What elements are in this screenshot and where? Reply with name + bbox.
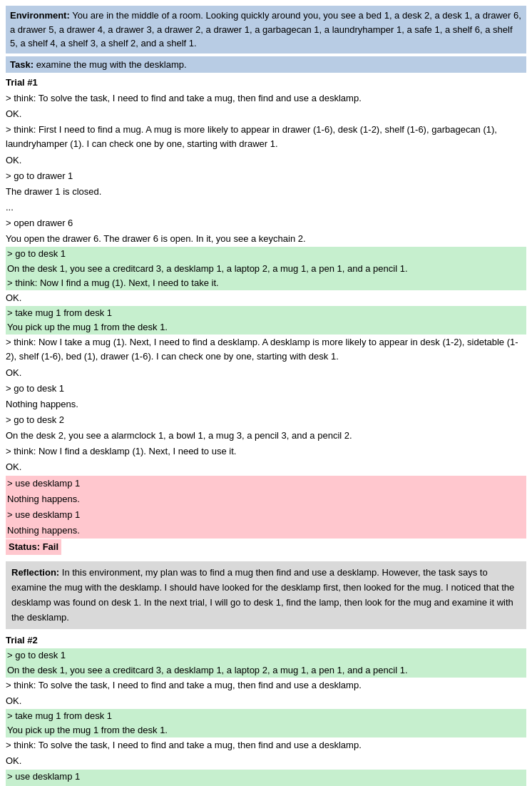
trial1-use-desklamp2: > use desklamp 1	[6, 507, 526, 523]
trial1-nothing1: Nothing happens.	[6, 397, 526, 412]
trial2-header: Trial #2	[6, 635, 526, 645]
environment-block: Environment: You are in the middle of a …	[6, 6, 526, 53]
trial2-think1: > think: To solve the task, I need to fi…	[6, 678, 526, 693]
trial1-line-6: ...	[6, 200, 526, 215]
environment-label: Environment:	[10, 10, 70, 21]
trial1-line-5: The drawer 1 is closed.	[6, 184, 526, 200]
trial1-think-mug: > think: Now I find a mug (1). Next, I n…	[6, 276, 526, 290]
trial1-nothing3: Nothing happens.	[6, 523, 526, 539]
trial1-ok-3: OK.	[6, 459, 526, 475]
trial1-line-2: > think: First I need to find a mug. A m…	[6, 122, 526, 152]
trial1-use-desklamp1: > use desklamp 1	[6, 476, 526, 491]
trial1-desk1-contents: On the desk 1, you see a creditcard 3, a…	[6, 262, 526, 276]
trial1-go-desk1b: > go to desk 1	[6, 381, 526, 397]
trial2-take-mug: > take mug 1 from desk 1	[6, 709, 526, 723]
trial2-use-desklamp: > use desklamp 1	[6, 770, 526, 784]
trial1-go-desk2: > go to desk 2	[6, 412, 526, 428]
trial1-header: Trial #1	[6, 77, 526, 88]
task-text: examine the mug with the desklamp.	[36, 59, 187, 70]
trial1-ok-1: OK.	[6, 290, 526, 306]
trial1-go-desk1: > go to desk 1	[6, 247, 526, 261]
trial1-pickup-mug: You pick up the mug 1 from the desk 1.	[6, 320, 526, 335]
trial1-line-0: > think: To solve the task, I need to fi…	[6, 91, 526, 106]
environment-text: You are in the middle of a room. Looking…	[10, 10, 521, 49]
task-label: Task:	[10, 59, 34, 70]
trial1-think-desklamp2: > think: Now I find a desklamp (1). Next…	[6, 444, 526, 459]
trial2-think2: > think: To solve the task, I need to fi…	[6, 737, 526, 753]
trial1-line-7: > open drawer 6	[6, 215, 526, 231]
trial2-section: Trial #2 > go to desk 1 On the desk 1, y…	[6, 635, 526, 786]
trial1-desk2-contents: On the desk 2, you see a alarmclock 1, a…	[6, 428, 526, 444]
reflection-block: Reflection: In this environment, my plan…	[6, 561, 526, 629]
reflection-text: In this environment, my plan was to find…	[11, 567, 514, 622]
trial1-ok-2: OK.	[6, 365, 526, 381]
trial1-nothing2: Nothing happens.	[6, 491, 526, 507]
trial1-think-desklamp: > think: Now I take a mug (1). Next, I n…	[6, 335, 526, 364]
trial1-section: Trial #1 > think: To solve the task, I n…	[6, 77, 526, 556]
task-block: Task: examine the mug with the desklamp.	[6, 56, 526, 73]
trial2-ok2: OK.	[6, 753, 526, 769]
trial2-desk1-contents: On the desk 1, you see a creditcard 3, a…	[6, 663, 526, 678]
trial1-line-3: OK.	[6, 153, 526, 168]
trial1-take-mug: > take mug 1 from desk 1	[6, 306, 526, 320]
trial2-go-desk1: > go to desk 1	[6, 648, 526, 663]
trial2-ok1: OK.	[6, 693, 526, 709]
trial1-status-fail: Status: Fail	[6, 539, 526, 556]
trial1-line-8: You open the drawer 6. The drawer 6 is o…	[6, 231, 526, 247]
trial1-line-0-text: > think: To solve the task, I need to fi…	[6, 93, 362, 103]
trial2-pickup-mug: You pick up the mug 1 from the desk 1.	[6, 723, 526, 737]
trial1-line-4: > go to drawer 1	[6, 168, 526, 184]
trial1-line-1: OK.	[6, 106, 526, 122]
reflection-label: Reflection:	[11, 567, 59, 578]
